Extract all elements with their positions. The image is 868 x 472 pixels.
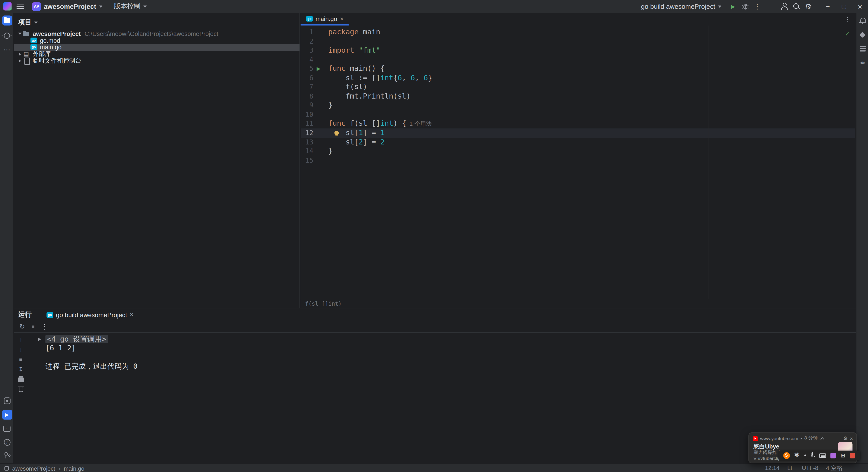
run-tool-icon[interactable]: ▶ [2,410,12,419]
status-item[interactable]: 4 空格 [826,464,842,472]
skin-icon[interactable] [850,452,855,458]
more-tools-icon[interactable]: ⋯ [2,45,12,55]
lang-icon[interactable]: 英 [794,452,799,459]
scroll-end-icon[interactable]: ↧ [17,366,25,373]
chevron-up-icon[interactable] [820,437,824,441]
version-control-tool-icon[interactable] [2,450,12,461]
debug-icon[interactable] [739,0,751,12]
sogou-logo-icon[interactable]: S [783,452,789,459]
status-item[interactable]: LF [787,464,794,472]
chevron-down-icon [143,5,147,7]
main-menu-icon[interactable] [17,4,24,9]
vcs-widget[interactable]: 版本控制 [114,2,147,11]
run-gutter-icon[interactable]: ▶ [317,65,320,72]
breadcrumb[interactable]: awesomeProject [12,465,55,471]
services-tool-icon[interactable] [2,396,12,406]
editor-tab-bar: go main.go ⋮ [301,13,855,26]
tree-row[interactable]: gogo.mod [14,37,300,44]
tab-options-icon[interactable]: ⋮ [844,15,851,23]
intention-bulb-icon[interactable] [334,131,339,135]
toolbox-icon[interactable]: ⊞ [841,452,845,458]
close-icon[interactable] [130,312,133,318]
print-icon[interactable] [17,376,25,383]
editor-tab-main-go[interactable]: go main.go [301,13,348,26]
chevron-down-icon [34,21,38,24]
chevron-down-icon[interactable] [18,33,22,35]
youtube-favicon [753,436,758,441]
code-line [328,37,855,46]
commit-tool-icon[interactable] [2,31,12,40]
stop-icon[interactable]: ■ [32,324,35,329]
more-options-icon[interactable]: ⋮ [751,0,763,12]
code-line: } [328,101,855,110]
minimize-button[interactable] [820,0,836,13]
lib-icon: ▤ [23,51,30,57]
code-line: } [328,147,855,156]
project-tool-icon[interactable] [2,15,12,26]
emoji-icon[interactable] [830,452,836,458]
code-with-me-icon[interactable] [778,0,790,12]
project-selector[interactable]: AP awesomeProject [32,2,102,11]
notification-close-icon[interactable]: × [850,435,853,441]
breadcrumb[interactable]: main.go [64,465,84,471]
close-icon[interactable] [340,16,344,22]
problems-tool-icon[interactable]: i [2,437,12,447]
chevron-right-icon[interactable] [19,53,21,56]
status-breadcrumbs: awesomeProject›main.go [12,465,85,471]
editor-body[interactable]: ▶ 123456789101112131415 package mainimpo… [301,26,855,299]
run-config-selector[interactable]: go build awesomeProject [641,2,721,10]
next-occurrence-icon[interactable]: ↓ [17,346,25,353]
punctuation-icon[interactable] [804,454,806,456]
run-tab[interactable]: go go build awesomeProject [46,312,133,318]
notification-source: www.youtube.com [760,436,798,441]
status-items: 12:14LFUTF-84 空格 [765,464,868,472]
code-line: f(sl) [328,83,855,92]
database-icon[interactable] [859,45,866,53]
editor-code[interactable]: package mainimport "fmt"func main() { sl… [324,26,855,165]
terminal-tool-icon[interactable]: ›_ [2,423,12,433]
project-widget-icon [4,466,9,470]
notification-header: www.youtube.com • 8 分钟 ⚙ × [749,433,856,442]
project-panel-header[interactable]: 项目 [14,13,300,30]
project-selector-label: awesomeProject [43,2,96,10]
clear-icon[interactable] [17,386,25,393]
mic-icon[interactable] [810,452,814,459]
tree-row[interactable]: ▤外部库 [14,51,300,57]
close-button[interactable] [852,0,868,13]
chevron-right-icon[interactable] [19,59,21,63]
notifications-icon[interactable] [859,17,866,24]
title-bar: AP awesomeProject 版本控制 go build awesomeP… [0,0,868,13]
tree-path: C:\Users\meowr\GolandProjects\awesomePro… [85,31,218,37]
endpoints-icon[interactable]: </> [859,59,866,66]
project-tree: awesomeProjectC:\Users\meowr\GolandProje… [14,31,300,64]
ai-assistant-icon[interactable] [859,31,866,39]
settings-icon[interactable]: ⚙ [802,0,814,12]
run-button[interactable]: ▶ [727,0,739,12]
tree-row[interactable]: awesomeProjectC:\Users\meowr\GolandProje… [14,31,300,37]
search-icon[interactable] [790,0,802,12]
notification-settings-icon[interactable]: ⚙ [843,436,848,441]
prev-occurrence-icon[interactable]: ↑ [17,336,25,343]
chevron-down-icon [718,5,721,7]
maximize-button[interactable] [836,0,852,13]
code-line: sl[2] = 2 [328,138,855,147]
code-line: func main() { [328,64,855,74]
console-output[interactable]: <4 go 设置调用>[6 1 2]进程 已完成，退出代码为 0 [28,333,856,464]
run-more-options-icon[interactable]: ⋮ [41,323,48,331]
rerun-icon[interactable]: ↻ [20,323,25,331]
tree-row[interactable]: 临时文件和控制台 [14,57,300,64]
right-tool-rail: </> [856,13,868,464]
editor-context-bar: f(sl []int) [301,299,855,308]
status-item[interactable]: 12:14 [765,464,779,472]
tree-row[interactable]: gomain.go [14,44,300,51]
editor-gutter[interactable]: ▶ 123456789101112131415 [301,26,324,165]
console-line: [6 1 2] [45,344,856,353]
status-item[interactable]: UTF-8 [802,464,818,472]
run-panel-header: 运行 go go build awesomeProject [14,308,856,321]
ime-toolbar: S 英 ⊞ [778,450,860,460]
fold-icon[interactable] [38,338,41,341]
soft-wrap-icon[interactable]: ≡ [17,356,25,363]
tree-label: awesomeProject [33,31,81,37]
keyboard-icon[interactable] [819,453,826,458]
inspections-ok-icon[interactable]: ✓ [845,30,850,37]
